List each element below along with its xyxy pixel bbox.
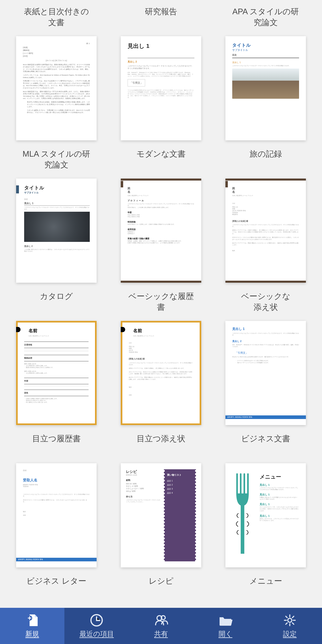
fork-icon [232, 473, 254, 555]
tab-label: 開く [219, 629, 232, 638]
svg-rect-3 [247, 473, 249, 496]
template-title: メニュー [221, 576, 310, 598]
template-thumb-menu[interactable]: メニュー 見出し 1 このテキストのようなプレースホルダー テキストをタップして… [225, 463, 306, 568]
template-thumb-recipe[interactable]: レシピ 調理時間 | 出来高 材料 500 ml / 材料 大さじ 4 / 材料… [121, 463, 201, 568]
template-title: 目立つ添え状 [117, 433, 205, 455]
template-title: APA スタイルの研 究論文 [221, 6, 310, 28]
tab-new[interactable]: 新規 [0, 608, 64, 638]
tab-recent[interactable]: 最近の項目 [64, 608, 129, 638]
template-thumb-biz-letter[interactable]: 日付 受取人名 顧客番号 市区町村 番地市区町村 このテキストのようなプレースホ… [16, 463, 97, 568]
template-title: ビジネス文書 [221, 433, 310, 455]
template-title: 旅の記録 [221, 148, 310, 170]
clock-icon [90, 613, 104, 627]
template-thumb-biz-doc[interactable]: 見出し 1 このテキストのようなプレースホルダー テキストをタップして入力するだ… [225, 321, 306, 425]
template-thumb-mla[interactable]: 姓 1 [名前][教師名][コース番号][日付] [タイトル]: [サブタイトル… [16, 36, 97, 140]
tab-open[interactable]: 開く [193, 608, 258, 638]
tab-shared[interactable]: 共有 [129, 608, 193, 638]
template-title: 目立つ履歴書 [12, 433, 101, 455]
template-thumb-bold-cover[interactable]: 名前 住所 | 電話番号 | メール アドレス 日付受取人名役職会社名市区町村 … [121, 321, 201, 425]
tab-label: 共有 [154, 629, 168, 638]
svg-rect-2 [243, 473, 245, 496]
template-title: MLA スタイルの研 究論文 [12, 148, 101, 170]
new-document-icon [25, 613, 39, 627]
template-title: モダンな文書 [117, 148, 205, 170]
template-thumb-basic-resume[interactable]: 姓 名 住所 | 電話番号 | メール アドレス プロフィール このテキストのよ… [121, 178, 201, 283]
bottom-tab-bar: 新規 最近の項目 共有 [0, 608, 322, 638]
template-title: レシピ [117, 576, 205, 598]
template-title: ベーシックな 添え状 [221, 291, 310, 313]
template-title: カタログ [12, 291, 101, 313]
gear-icon [283, 613, 297, 627]
template-thumb-modern[interactable]: 見出し 1 見出し 2 このテキストのようなプレースホルダー テキストをタップし… [121, 36, 201, 140]
folder-open-icon [218, 613, 232, 627]
tab-label: 最近の項目 [80, 629, 114, 638]
svg-rect-0 [236, 473, 238, 496]
template-thumb-bold-resume[interactable]: 名前 住所 | 電話番号 | メールアドレス 交通情報 職務経歴 期間 | 役職… [16, 321, 97, 425]
svg-point-8 [288, 618, 292, 622]
template-thumb-basic-cover[interactable]: 姓 名 住所 | 電話番号 | メール アドレス 日付受取人名役職会社名 市区町… [225, 178, 306, 283]
template-thumb-travel[interactable]: タイトル サブタイトル 目次 見出し 1 このテキストのようなプレースホルダー … [225, 36, 306, 140]
template-title: 研究報告 [117, 6, 205, 28]
tab-label: 設定 [283, 629, 297, 638]
template-title: 表紙と目次付きの 文書 [12, 6, 101, 28]
template-title: ビジネス レター [12, 576, 101, 598]
tab-label: 新規 [25, 629, 39, 638]
people-icon [154, 613, 168, 627]
tab-settings[interactable]: 設定 [258, 608, 322, 638]
template-title: ベーシックな履歴 書 [117, 291, 205, 313]
svg-rect-1 [240, 473, 241, 496]
template-thumb-catalog[interactable]: タイトル サブタイトル 日付 見出し 1 このテキストのようなプレースホルダー … [16, 178, 97, 283]
